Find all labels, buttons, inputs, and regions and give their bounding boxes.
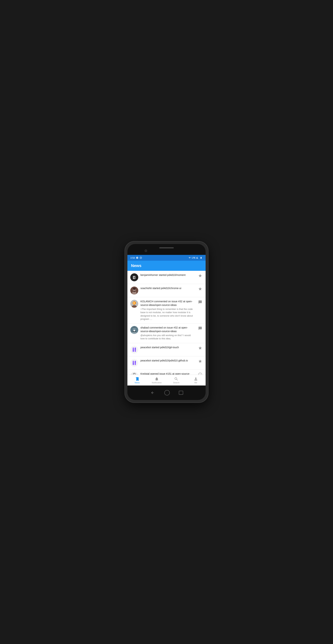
status-bar: 3:58 LTE <box>127 255 206 261</box>
svg-point-19 <box>130 359 138 367</box>
svg-rect-18 <box>135 350 136 352</box>
lte-indicator: LTE <box>192 257 195 259</box>
news-item-action[interactable] <box>198 346 203 350</box>
nav-item-notification[interactable]: Notification <box>147 377 167 384</box>
avatar: K <box>130 300 138 308</box>
news-item-content: shabad commented on issue #32 at open-so… <box>140 326 195 340</box>
wifi-icon <box>188 257 191 259</box>
news-item-content: peacebot started pd4d10/git-touch <box>140 346 195 349</box>
issue-icon <box>198 372 202 375</box>
star-icon <box>198 287 202 291</box>
news-item-title: shabad commented on issue #32 at open-so… <box>140 326 195 333</box>
signal-icon <box>196 257 199 259</box>
star-icon <box>198 346 202 350</box>
star-icon <box>198 359 202 363</box>
comment-icon <box>198 326 202 330</box>
news-item-title: benjaminhorner started pd4d10/moment <box>140 274 185 276</box>
avatar <box>130 359 138 367</box>
news-item[interactable]: Kreijstal opened issue #151 at open-sour… <box>127 370 206 375</box>
comment-icon <box>198 300 202 304</box>
news-item[interactable]: peacebot started pd4d10/git-touch <box>127 343 206 356</box>
news-nav-icon <box>135 377 139 381</box>
phone-inner: 3:58 LTE <box>127 244 206 400</box>
news-item-action[interactable] <box>198 359 203 363</box>
svg-rect-21 <box>133 361 134 363</box>
svg-point-14 <box>130 346 138 354</box>
news-item-preview: >The important thing to remember is that… <box>140 308 195 321</box>
nav-label-notification: Notification <box>152 382 162 384</box>
news-item[interactable]: shabad commented on issue #32 at open-so… <box>127 324 206 343</box>
home-button[interactable] <box>164 390 170 396</box>
battery-icon <box>199 257 203 259</box>
notification-nav-icon <box>155 377 159 381</box>
news-item-title: peacebot started pd4d10/pd4d10.github.io <box>140 359 188 362</box>
status-time: 3:58 <box>130 256 135 259</box>
nav-item-search[interactable]: Search <box>167 377 186 384</box>
news-item[interactable]: benjaminhorner started pd4d10/moment <box>127 271 206 284</box>
question-icon <box>140 256 142 259</box>
news-item-action[interactable] <box>198 273 203 278</box>
nav-label-me: Me <box>194 382 197 384</box>
news-item-action[interactable] <box>198 372 203 375</box>
news-item-content: peacebot started pd4d10/pd4d10.github.io <box>140 359 195 362</box>
news-item-content: KOLANICH commented on issue #32 at open-… <box>140 300 195 321</box>
app-bar: News <box>127 261 206 271</box>
news-item-title: peacebot started pd4d10/git-touch <box>140 346 179 349</box>
screen: 3:58 LTE <box>127 255 206 386</box>
status-icons: LTE <box>188 257 203 259</box>
phone-outer: 3:58 LTE <box>125 242 208 402</box>
svg-rect-23 <box>135 363 136 365</box>
news-item-action[interactable] <box>198 300 203 304</box>
me-nav-icon <box>194 377 198 381</box>
bottom-nav: News Notification Search <box>127 375 206 386</box>
avatar <box>130 326 138 334</box>
svg-point-5 <box>133 291 135 292</box>
speaker <box>159 247 174 248</box>
status-left: 3:58 <box>130 256 142 259</box>
camera <box>145 250 147 252</box>
app-bar-title: News <box>131 264 141 268</box>
news-item-action[interactable] <box>198 326 203 330</box>
back-button[interactable] <box>150 390 155 396</box>
news-item[interactable]: peacebot started pd4d10/pd4d10.github.io <box>127 356 206 370</box>
news-item-preview: @ahopkins Are you still working on this?… <box>140 334 195 340</box>
star-icon <box>198 274 202 278</box>
news-item-title: Kreijstal opened issue #151 at open-sour… <box>140 372 195 375</box>
news-item-title: soachishti started pd4d10/chrome-ui <box>140 287 181 290</box>
search-nav-icon <box>174 377 178 381</box>
nav-label-search: Search <box>173 382 180 384</box>
news-item-content: soachishti started pd4d10/chrome-ui <box>140 286 195 290</box>
recents-button[interactable] <box>179 391 183 395</box>
avatar <box>130 346 138 354</box>
avatar <box>130 372 138 375</box>
avatar <box>130 286 138 294</box>
avatar <box>130 273 138 281</box>
settings-icon <box>136 256 138 259</box>
news-item-title: KOLANICH commented on issue #32 at open-… <box>140 300 195 307</box>
nav-item-me[interactable]: Me <box>186 377 206 384</box>
news-item[interactable]: soachishti started pd4d10/chrome-ui <box>127 284 206 297</box>
nav-item-news[interactable]: News <box>127 377 147 384</box>
news-list[interactable]: benjaminhorner started pd4d10/moment <box>127 271 206 375</box>
svg-rect-16 <box>133 348 134 350</box>
news-item[interactable]: K KOLANICH commented on issue #32 at ope… <box>127 297 206 324</box>
news-item-content: benjaminhorner started pd4d10/moment <box>140 273 195 277</box>
nav-label-news: News <box>135 382 140 384</box>
news-item-content: Kreijstal opened issue #151 at open-sour… <box>140 372 195 375</box>
news-item-action[interactable] <box>198 286 203 291</box>
svg-text:K: K <box>133 302 135 304</box>
